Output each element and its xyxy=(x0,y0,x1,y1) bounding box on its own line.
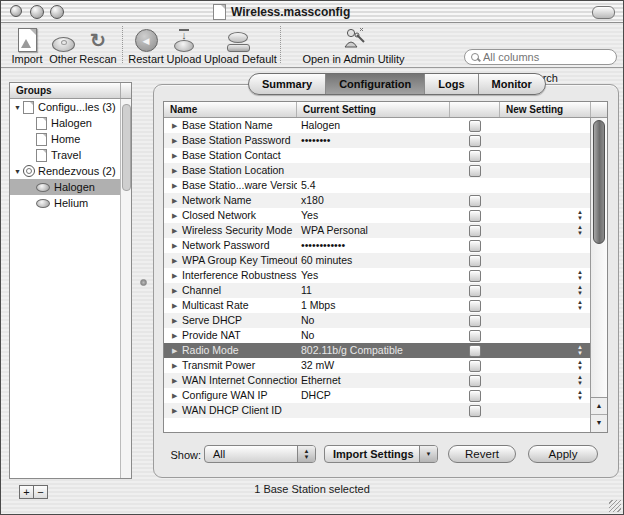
new-setting-checkbox[interactable] xyxy=(469,195,481,207)
disclosure-triangle-icon[interactable]: ▼ xyxy=(14,168,23,175)
disclosure-triangle-icon[interactable]: ▶ xyxy=(172,313,182,328)
title-bar[interactable]: Wireless.massconfig xyxy=(1,1,623,23)
sidebar-group-config-files[interactable]: ▼ Configu...les (3) xyxy=(10,99,121,115)
disclosure-triangle-icon[interactable]: ▶ xyxy=(172,223,182,238)
other-button[interactable]: Other xyxy=(45,25,81,65)
groups-header[interactable]: Groups xyxy=(10,83,131,99)
table-row[interactable]: ▶ Transmit Power 32 mW ▲▼ xyxy=(164,358,591,373)
value-stepper-icon[interactable]: ▲▼ xyxy=(577,224,583,236)
disclosure-triangle-icon[interactable]: ▶ xyxy=(172,208,182,223)
new-setting-checkbox[interactable] xyxy=(469,375,481,387)
table-row[interactable]: ▶ Multicast Rate 1 Mbps ▲▼ xyxy=(164,298,591,313)
disclosure-triangle-icon[interactable]: ▶ xyxy=(172,118,182,133)
tab-logs[interactable]: Logs xyxy=(425,74,478,94)
apply-button[interactable]: Apply xyxy=(528,445,598,463)
table-row[interactable]: ▶ WAN Internet Connection Ethernet ▲▼ xyxy=(164,373,591,388)
value-stepper-icon[interactable]: ▲▼ xyxy=(577,209,583,221)
new-setting-checkbox[interactable] xyxy=(469,255,481,267)
disclosure-triangle-icon[interactable]: ▶ xyxy=(172,238,182,253)
disclosure-triangle-icon[interactable]: ▶ xyxy=(172,163,182,178)
scroll-down-arrow[interactable]: ▼ xyxy=(591,415,607,431)
disclosure-triangle-icon[interactable]: ▶ xyxy=(172,253,182,268)
new-setting-checkbox[interactable] xyxy=(469,300,481,312)
upload-default-button[interactable]: Upload Default xyxy=(204,25,272,65)
table-row[interactable]: ▶ Base Station Name Halogen ▲▼ xyxy=(164,118,591,133)
new-setting-checkbox[interactable] xyxy=(469,225,481,237)
tab-monitor[interactable]: Monitor xyxy=(479,74,545,94)
new-setting-checkbox[interactable] xyxy=(469,270,481,282)
disclosure-triangle-icon[interactable]: ▶ xyxy=(172,133,182,148)
table-row[interactable]: ▶ Provide NAT No ▲▼ xyxy=(164,328,591,343)
value-stepper-icon[interactable]: ▲▼ xyxy=(577,344,583,356)
sidebar-item-travel-file[interactable]: Travel xyxy=(10,147,121,163)
table-row[interactable]: ▶ Interference Robustness Yes ▲▼ xyxy=(164,268,591,283)
table-row[interactable]: ▶ Base Station Location ▲▼ xyxy=(164,163,591,178)
minimize-button[interactable] xyxy=(30,5,44,19)
table-row[interactable]: ▶ Serve DHCP No ▲▼ xyxy=(164,313,591,328)
import-settings-dropdown[interactable]: Import Settings ▼ xyxy=(324,445,438,463)
table-scrollbar[interactable]: ▲ ▼ xyxy=(590,118,607,432)
table-row[interactable]: ▶ Base Station Contact ▲▼ xyxy=(164,148,591,163)
table-row[interactable]: ▶ Base Station Password •••••••• ▲▼ xyxy=(164,133,591,148)
disclosure-triangle-icon[interactable]: ▶ xyxy=(172,193,182,208)
new-setting-checkbox[interactable] xyxy=(469,315,481,327)
new-setting-checkbox[interactable] xyxy=(469,210,481,222)
disclosure-triangle-icon[interactable]: ▶ xyxy=(172,283,182,298)
value-stepper-icon[interactable]: ▲▼ xyxy=(577,374,583,386)
table-row[interactable]: ▶ Configure WAN IP DHCP ▲▼ xyxy=(164,388,591,403)
table-row[interactable]: ▶ Radio Mode 802.11b/g Compatible ▲▼ xyxy=(164,343,591,358)
sidebar-item-halogen-file[interactable]: Halogen xyxy=(10,115,121,131)
new-setting-checkbox[interactable] xyxy=(469,135,481,147)
scroll-up-arrow[interactable]: ▲ xyxy=(591,398,607,415)
table-row[interactable]: ▶ Closed Network Yes ▲▼ xyxy=(164,208,591,223)
disclosure-triangle-icon[interactable]: ▶ xyxy=(172,373,182,388)
table-row[interactable]: ▶ Network Name x180 ▲▼ xyxy=(164,193,591,208)
value-stepper-icon[interactable]: ▲▼ xyxy=(577,359,583,371)
column-header-checkbox[interactable] xyxy=(450,102,500,117)
disclosure-triangle-icon[interactable]: ▶ xyxy=(172,178,182,193)
new-setting-checkbox[interactable] xyxy=(469,405,481,417)
search-input[interactable] xyxy=(483,51,598,63)
import-button[interactable]: Import xyxy=(7,25,47,65)
disclosure-triangle-icon[interactable]: ▶ xyxy=(172,358,182,373)
toolbar-toggle-button[interactable] xyxy=(592,6,615,19)
value-stepper-icon[interactable]: ▲▼ xyxy=(577,284,583,296)
restart-button[interactable]: ◀ Restart xyxy=(125,25,167,65)
disclosure-triangle-icon[interactable]: ▼ xyxy=(14,104,23,111)
disclosure-triangle-icon[interactable]: ▶ xyxy=(172,343,182,358)
table-row[interactable]: ▶ Channel 11 ▲▼ xyxy=(164,283,591,298)
column-header-name[interactable]: Name xyxy=(164,102,297,117)
disclosure-triangle-icon[interactable]: ▶ xyxy=(172,298,182,313)
new-setting-checkbox[interactable] xyxy=(469,120,481,132)
value-stepper-icon[interactable]: ▲▼ xyxy=(577,389,583,401)
rescan-button[interactable]: ↻ Rescan xyxy=(77,25,119,65)
new-setting-checkbox[interactable] xyxy=(469,240,481,252)
table-scrollbar-thumb[interactable] xyxy=(593,120,605,244)
new-setting-checkbox[interactable] xyxy=(469,330,481,342)
table-row[interactable]: ▶ Wireless Security Mode WPA Personal ▲▼ xyxy=(164,223,591,238)
sidebar-scrollbar-thumb[interactable] xyxy=(122,104,131,191)
new-setting-checkbox[interactable] xyxy=(469,150,481,162)
sidebar-item-helium-station[interactable]: Helium xyxy=(10,195,121,211)
disclosure-triangle-icon[interactable]: ▶ xyxy=(172,268,182,283)
revert-button[interactable]: Revert xyxy=(448,445,516,463)
splitter-handle[interactable] xyxy=(140,279,147,286)
close-button[interactable] xyxy=(10,5,22,17)
new-setting-checkbox[interactable] xyxy=(469,165,481,177)
table-row[interactable]: ▶ Network Password •••••••••••• ▲▼ xyxy=(164,238,591,253)
show-filter-popup[interactable]: All ▲▼ xyxy=(204,445,316,463)
sidebar-item-home-file[interactable]: Home xyxy=(10,131,121,147)
disclosure-triangle-icon[interactable]: ▶ xyxy=(172,328,182,343)
tab-configuration[interactable]: Configuration xyxy=(326,74,425,94)
disclosure-triangle-icon[interactable]: ▶ xyxy=(172,148,182,163)
table-row[interactable]: ▶ WAN DHCP Client ID ▲▼ xyxy=(164,403,591,418)
new-setting-checkbox[interactable] xyxy=(469,360,481,372)
sidebar-item-halogen-station[interactable]: Halogen xyxy=(10,179,121,195)
sidebar-group-rendezvous[interactable]: ▼ Rendezvous (2) xyxy=(10,163,121,179)
search-field[interactable] xyxy=(464,49,617,65)
new-setting-checkbox[interactable] xyxy=(469,345,481,357)
table-row[interactable]: ▶ Base Statio...ware Version 5.4 ▲▼ xyxy=(164,178,591,193)
table-row[interactable]: ▶ WPA Group Key Timeout 60 minutes ▲▼ xyxy=(164,253,591,268)
sidebar-scrollbar[interactable] xyxy=(120,99,131,478)
value-stepper-icon[interactable]: ▲▼ xyxy=(577,299,583,311)
